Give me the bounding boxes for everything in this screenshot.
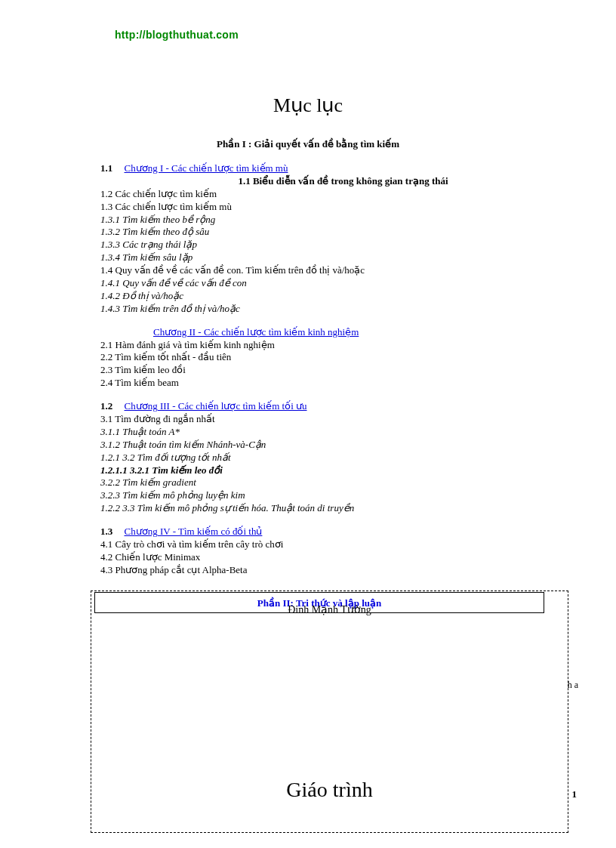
page-number: 1 (572, 788, 578, 800)
section-num: 1.1 (100, 162, 112, 175)
toc-entry: 4.1 Cây trò chơi và tìm kiếm trên cây tr… (100, 538, 541, 551)
toc-entry: 1.3 Các chiến lược tìm kiếm mù (100, 201, 541, 214)
chapter-1-subtitle: 1.1 Biểu diễn vấn đề trong không gian tr… (146, 175, 541, 188)
toc-entry: 2.4 Tìm kiếm beam (100, 377, 541, 390)
toc-entry: 1.3.2 Tìm kiếm theo độ sâu (100, 226, 541, 239)
chapter-1-link[interactable]: Chương I - Các chiến lược tìm kiếm mù (125, 162, 288, 174)
part1-title: Phần I : Giải quyết vấn đề bằng tìm kiếm (0, 138, 616, 150)
toc-entry: 1.2.1 3.2 Tìm đối tượng tốt nhất (100, 452, 541, 464)
toc-entry: 1.4.3 Tìm kiếm trên đồ thị và/hoặc (100, 303, 541, 316)
toc-entry: 2.2 Tìm kiếm tốt nhất - đầu tiên (100, 351, 541, 364)
toc-entry: 1.3.1 Tìm kiếm theo bề rộng (100, 214, 541, 227)
toc-entry: 1.3.3 Các trạng thái lặp (100, 239, 541, 251)
chapter-2-link[interactable]: Chương II - Các chiến lược tìm kiếm kinh… (153, 326, 359, 338)
toc-entry: 1.2 Các chiến lược tìm kiếm (100, 188, 541, 201)
toc-entry: 3.2.3 Tìm kiếm mô phỏng luyện kim (100, 489, 541, 502)
toc-entry: 3.1.1 Thuật toán A* (100, 426, 541, 439)
toc-entry: 4.2 Chiến lược Minimax (100, 551, 541, 564)
toc-entry: 3.2.2 Tìm kiếm gradient (100, 476, 541, 489)
toc-entry: 2.3 Tìm kiếm leo đồi (100, 364, 541, 377)
header-url[interactable]: http://blogthuthuat.com (115, 29, 239, 41)
chapter-2-row: Chương II - Các chiến lược tìm kiếm kinh… (100, 326, 541, 339)
chapter-4-row: 1.3 Chương IV - Tìm kiếm có đối thủ (100, 526, 541, 538)
toc-entry: 3.1 Tìm đường đi ngắn nhất (100, 413, 541, 426)
toc-content: 1.1 Chương I - Các chiến lược tìm kiếm m… (100, 162, 541, 577)
chapter-3-link[interactable]: Chương III - Các chiến lược tìm kiếm tối… (125, 400, 307, 412)
chapter-4-link[interactable]: Chương IV - Tìm kiếm có đối thủ (125, 526, 263, 537)
toc-entry: 1.4.2 Đồ thị và/hoặc (100, 290, 541, 303)
dashed-frame: Đinh Mạnh Tường Giáo trình (91, 591, 568, 833)
page-title: Mục lục (0, 94, 616, 117)
toc-entry: 1.2.2 3.3 Tìm kiếm mô phỏng sự tiến hóa.… (100, 502, 541, 515)
course-title: Giáo trình (91, 778, 568, 802)
author-name: Đinh Mạnh Tường (91, 603, 568, 616)
toc-entry: 1.4.1 Quy vấn đề về các vấn đề con (100, 277, 541, 290)
toc-entry: 4.3 Phương pháp cắt cụt Alpha-Beta (100, 564, 541, 577)
toc-entry: 1.3.4 Tìm kiếm sâu lặp (100, 251, 541, 264)
section-num: 1.2 (100, 400, 112, 413)
chapter-1-row: 1.1 Chương I - Các chiến lược tìm kiếm m… (100, 162, 541, 175)
section-num: 1.3 (100, 526, 112, 538)
toc-entry: 3.1.2 Thuật toán tìm kiếm Nhánh-và-Cận (100, 439, 541, 452)
margin-text: h a (568, 678, 578, 692)
chapter-3-row: 1.2 Chương III - Các chiến lược tìm kiếm… (100, 400, 541, 413)
toc-entry: 1.2.1.1 3.2.1 Tìm kiếm leo đồi (100, 464, 541, 477)
toc-entry: 1.4 Quy vấn đề về các vấn đề con. Tìm ki… (100, 264, 541, 277)
toc-entry: 2.1 Hàm đánh giá và tìm kiếm kinh nghiệm (100, 339, 541, 352)
